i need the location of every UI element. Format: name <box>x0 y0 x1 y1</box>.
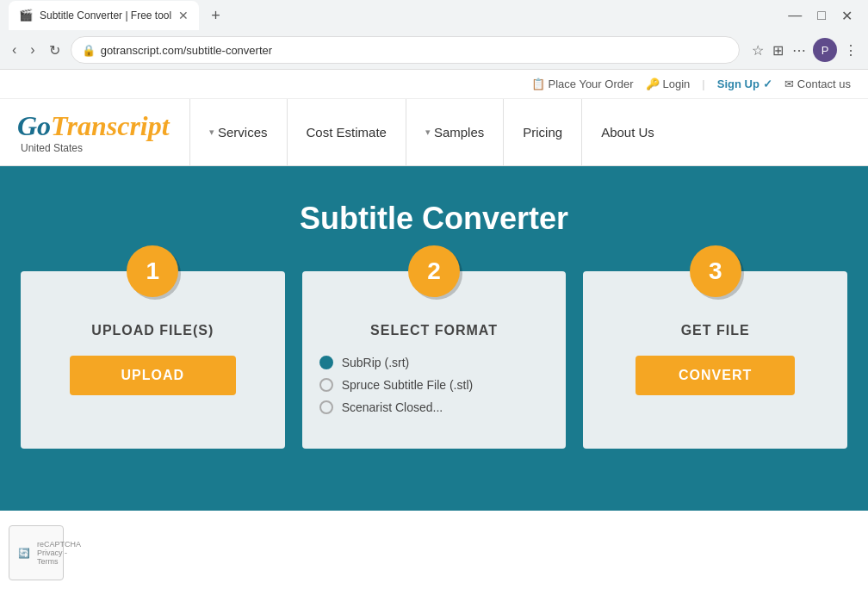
step-1-card: 1 UPLOAD FILE(S) UPLOAD <box>21 271 285 449</box>
window-controls: — □ ✕ <box>781 6 859 26</box>
refresh-button[interactable]: ↻ <box>46 39 64 62</box>
format-label-srt: SubRip (.srt) <box>342 356 410 369</box>
forward-button[interactable]: › <box>27 39 38 61</box>
upload-button[interactable]: UPLOAD <box>70 356 237 395</box>
chevron-down-icon-samples: ▾ <box>425 127 431 138</box>
url-input-box[interactable]: 🔒 gotranscript.com/subtitle-converter <box>71 36 740 64</box>
place-order-link[interactable]: 📋 Place Your Order <box>531 78 634 90</box>
new-tab-button[interactable]: + <box>204 3 227 28</box>
login-label: Login <box>663 78 691 90</box>
lock-icon: 🔒 <box>82 44 96 57</box>
close-button[interactable]: ✕ <box>834 6 859 26</box>
order-icon: 📋 <box>531 78 545 90</box>
site-nav: Go Transcript United States ▾ Services C… <box>0 99 868 166</box>
captcha-icon: 🔄 <box>18 548 30 559</box>
radio-empty-icon-2 <box>319 400 333 414</box>
radio-empty-icon <box>319 378 333 392</box>
logo-subtitle: United States <box>21 142 170 154</box>
page-title: Subtitle Converter <box>300 201 568 237</box>
back-button[interactable]: ‹ <box>9 39 20 61</box>
nav-item-about-us[interactable]: About Us <box>581 99 673 165</box>
step-1-label: UPLOAD FILE(S) <box>91 323 214 338</box>
nav-label-services: Services <box>218 125 268 140</box>
site-topbar: 📋 Place Your Order 🔑 Login | Sign Up ✓ ✉… <box>0 70 868 99</box>
step-3-card: 3 GET FILE CONVERT <box>583 271 847 449</box>
format-list: SubRip (.srt) Spruce Subtitle File (.stl… <box>319 356 549 423</box>
nav-label-samples: Samples <box>434 125 484 140</box>
maximize-button[interactable]: □ <box>810 6 833 26</box>
check-icon: ✓ <box>763 78 772 90</box>
format-option-srt[interactable]: SubRip (.srt) <box>319 356 549 369</box>
signup-label: Sign Up <box>717 78 760 90</box>
step-2-label: SELECT FORMAT <box>370 323 498 338</box>
captcha-widget[interactable]: 🔄 reCAPTCHAPrivacy - Terms <box>9 525 64 580</box>
tab-title: Subtitle Converter | Free tool <box>40 9 171 22</box>
nav-label-cost-estimate: Cost Estimate <box>307 125 387 140</box>
format-label-scenarist: Scenarist Closed... <box>342 400 443 414</box>
history-button[interactable]: ⋯ <box>790 40 808 60</box>
convert-button[interactable]: CONVERT <box>636 356 795 395</box>
email-icon: ✉ <box>784 78 794 90</box>
topbar-divider: | <box>702 78 704 90</box>
nav-menu: ▾ Services Cost Estimate ▾ Samples Prici… <box>189 99 868 165</box>
captcha-label: reCAPTCHAPrivacy - Terms <box>37 540 81 566</box>
browser-tab[interactable]: 🎬 Subtitle Converter | Free tool ✕ <box>9 1 199 30</box>
step-3-label: GET FILE <box>681 323 750 338</box>
tab-close-button[interactable]: ✕ <box>178 9 189 22</box>
radio-selected-icon <box>319 356 333 369</box>
contact-label: Contact us <box>797 78 851 90</box>
nav-item-pricing[interactable]: Pricing <box>503 99 581 165</box>
main-content: Subtitle Converter 1 UPLOAD FILE(S) UPLO… <box>0 166 868 511</box>
step-3-number: 3 <box>690 245 741 297</box>
login-link[interactable]: 🔑 Login <box>646 78 691 90</box>
format-option-scenarist[interactable]: Scenarist Closed... <box>319 400 549 414</box>
nav-label-pricing: Pricing <box>523 125 562 140</box>
browser-actions: ☆ ⊞ ⋯ P ⋮ <box>750 38 859 62</box>
nav-label-about-us: About Us <box>601 125 654 140</box>
tab-favicon: 🎬 <box>19 9 33 22</box>
chevron-down-icon: ▾ <box>209 127 214 138</box>
format-label-stl: Spruce Subtitle File (.stl) <box>342 378 474 392</box>
address-bar: ‹ › ↻ 🔒 gotranscript.com/subtitle-conver… <box>0 31 868 69</box>
format-option-stl[interactable]: Spruce Subtitle File (.stl) <box>319 378 549 392</box>
step-2-number: 2 <box>408 245 460 297</box>
logo[interactable]: Go Transcript United States <box>0 99 189 165</box>
nav-item-services[interactable]: ▾ Services <box>189 99 287 165</box>
key-icon: 🔑 <box>646 78 660 90</box>
step-2-card: 2 SELECT FORMAT SubRip (.srt) Spruce Sub… <box>302 271 567 449</box>
nav-item-cost-estimate[interactable]: Cost Estimate <box>287 99 406 165</box>
minimize-button[interactable]: — <box>781 6 809 26</box>
bookmark-button[interactable]: ☆ <box>750 40 766 60</box>
more-button[interactable]: ⋮ <box>842 40 859 60</box>
step-1-number: 1 <box>127 245 178 297</box>
contact-link[interactable]: ✉ Contact us <box>784 78 851 90</box>
logo-go: Go <box>17 110 51 142</box>
logo-transcript: Transcript <box>51 110 170 142</box>
profile-button[interactable]: P <box>813 38 837 62</box>
steps-row: 1 UPLOAD FILE(S) UPLOAD 2 SELECT FORMAT … <box>21 271 847 449</box>
url-text: gotranscript.com/subtitle-converter <box>101 44 728 57</box>
nav-item-samples[interactable]: ▾ Samples <box>406 99 503 165</box>
order-label: Place Your Order <box>549 78 634 90</box>
signup-link[interactable]: Sign Up ✓ <box>717 78 772 90</box>
extensions-button[interactable]: ⊞ <box>771 40 785 60</box>
